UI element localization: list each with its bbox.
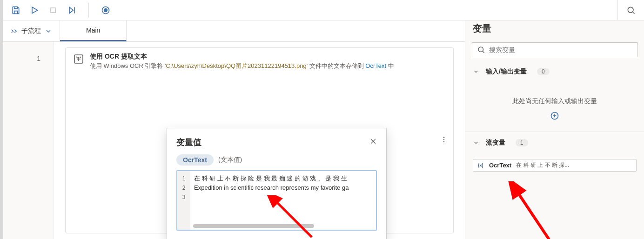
svg-point-11 [443, 141, 444, 142]
action-desc-suffix: 中 [386, 62, 394, 69]
plus-circle-icon [550, 111, 559, 120]
toolbar [3, 0, 644, 20]
dialog-line-num: 3 [177, 193, 190, 202]
ocr-icon [73, 53, 84, 65]
svg-rect-1 [51, 8, 55, 13]
flow-section-count: 1 [516, 139, 528, 146]
step-icon[interactable] [66, 5, 77, 16]
toolbar-divider [88, 3, 89, 18]
play-icon[interactable] [29, 5, 40, 16]
action-title: 使用 OCR 提取文本 [90, 53, 446, 61]
dialog-variable-type: (文本值) [218, 156, 242, 164]
action-variable-link[interactable]: OcrText [365, 62, 386, 69]
add-io-variable[interactable] [465, 111, 644, 132]
horizontal-scrollbar[interactable] [193, 224, 314, 228]
dialog-title: 变量值 [176, 137, 369, 148]
flow-section-title: 流变量 [486, 139, 505, 147]
svg-marker-2 [69, 7, 73, 13]
dialog-line-gutter: 1 2 3 [177, 171, 190, 230]
dialog-line-num: 2 [177, 183, 190, 193]
subflow-icon [10, 27, 18, 35]
subflow-dropdown[interactable]: 子流程 [3, 20, 60, 41]
tabs-row: 子流程 Main [3, 20, 465, 42]
dialog-text-editor[interactable]: 1 2 3 在 科 研 上 不 断 探 险 是 我 最 痴 迷 的 游 戏 、 … [176, 170, 377, 231]
line-number: 1 [3, 55, 40, 62]
chevron-down-icon [473, 139, 479, 146]
svg-point-5 [104, 8, 107, 12]
action-path: C:\Users\zyh\Desktop\QQ图片20231122194513.… [166, 62, 307, 69]
tab-main[interactable]: Main [60, 20, 127, 41]
subflow-label: 子流程 [21, 27, 41, 35]
io-section-title: 输入/输出变量 [486, 67, 527, 76]
action-description: 使用 Windows OCR 引擎将 'C:\Users\zyh\Desktop… [90, 62, 446, 70]
dialog-text-content: 在 科 研 上 不 断 探 险 是 我 最 痴 迷 的 游 戏 、 是 我 生 … [190, 171, 376, 230]
svg-point-9 [443, 137, 444, 138]
io-empty-text: 此处尚无任何输入或输出变量 [465, 82, 644, 111]
search-icon [477, 46, 485, 54]
dialog-text-line: Expedition in scientific research repres… [194, 183, 372, 193]
chevron-down-icon [45, 27, 52, 35]
stop-icon[interactable] [47, 5, 59, 16]
io-variables-section: 输入/输出变量 0 此处尚无任何输入或输出变量 [465, 61, 644, 132]
flow-variables-section: 流变量 1 OcrText 在 科 研 上 不 断 探... [465, 132, 644, 181]
svg-line-13 [483, 51, 484, 53]
action-desc-middle: ' 文件中的文本存储到 [307, 62, 366, 69]
io-section-header[interactable]: 输入/输出变量 0 [465, 61, 644, 82]
dialog-variable-chip: OcrText [176, 154, 214, 166]
line-gutter: 1 [3, 42, 54, 239]
variable-preview: 在 科 研 上 不 断 探... [516, 161, 632, 169]
svg-point-12 [478, 47, 483, 52]
search-input-wrapper[interactable] [472, 42, 637, 57]
svg-point-10 [443, 139, 444, 140]
svg-point-6 [628, 7, 633, 13]
close-icon[interactable] [369, 138, 377, 147]
variable-value-dialog: 变量值 OcrText (文本值) 1 2 3 在 科 研 上 不 断 探 险 … [167, 128, 387, 239]
dialog-text-line: 在 科 研 上 不 断 探 险 是 我 最 痴 迷 的 游 戏 、 是 我 生 [194, 174, 372, 183]
sidebar-title: 变量 [465, 20, 644, 39]
tab-main-label: Main [86, 27, 100, 34]
variable-item-ocrtext[interactable]: OcrText 在 科 研 上 不 断 探... [473, 159, 637, 172]
record-icon[interactable] [100, 5, 111, 16]
search-icon[interactable] [625, 5, 637, 16]
action-desc-prefix: 使用 Windows OCR 引擎将 ' [90, 62, 166, 69]
io-section-count: 0 [537, 68, 550, 75]
svg-line-7 [633, 12, 635, 13]
variable-icon [477, 162, 484, 169]
variables-sidebar: 变量 输入/输出变量 0 此处尚无任何输入或输出变量 流变 [465, 20, 644, 239]
save-icon[interactable] [10, 5, 21, 16]
flow-section-header[interactable]: 流变量 1 [465, 132, 644, 153]
variable-name: OcrText [489, 162, 511, 169]
action-more-icon[interactable] [440, 136, 448, 145]
chevron-down-icon [473, 68, 479, 75]
svg-marker-0 [32, 7, 38, 13]
search-input[interactable] [489, 46, 632, 53]
dialog-line-num: 1 [177, 174, 190, 183]
